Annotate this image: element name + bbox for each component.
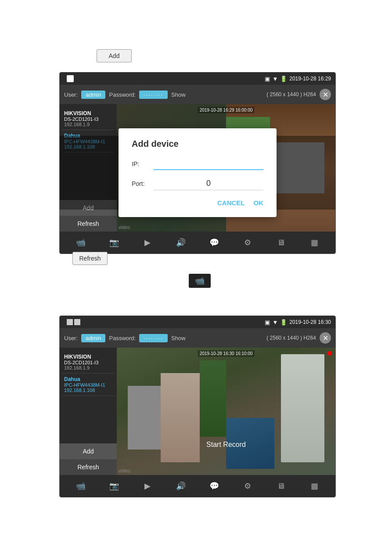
play-icon-2[interactable]: ▶ [140,478,155,494]
port-field: Port: 0 [132,177,263,190]
bottom-toolbar-2: 📹 📷 ▶ 🔊 💬 ⚙ 🖥 ▦ [60,475,335,497]
admin-badge-1[interactable]: admin [81,91,105,99]
audio-icon-1[interactable]: 🔊 [173,235,189,250]
device-item-dahua-2[interactable]: Dahua IPC-HFW4438M-I1 192.168.1.108 [62,374,114,396]
main-content-2: HIKVISION DS-2CD1201-I3 192.168.1.9 Dahu… [60,348,335,475]
start-record-label[interactable]: Start Record [117,441,335,449]
device-model: DS-2CD1201-I3 [64,116,112,122]
video-label-1: video [119,225,130,230]
display-icon-1[interactable]: 🖥 [273,235,289,250]
chat-icon-1[interactable]: 💬 [206,235,222,250]
cam2-gray-box [128,386,161,450]
standalone-refresh-button[interactable]: Refresh [72,252,108,265]
battery-icon: 🔋 [280,76,287,82]
audio-icon-2[interactable]: 🔊 [173,478,189,494]
password-dots-1[interactable]: ········ [139,91,168,99]
sq2 [74,319,80,325]
cast-icon-2: ▣ [265,319,270,326]
control-bar-2: User: admin Password: ········ Show ( 25… [60,328,335,348]
grid-icon-2[interactable]: ▦ [306,478,322,494]
close-button-2[interactable]: ✕ [320,332,331,344]
top-add-button[interactable]: Add [97,49,132,62]
device-model-4: IPC-HFW4438M-I1 [64,382,112,388]
standalone-camera-icon[interactable]: 📹 [189,274,211,288]
app-screenshot-2: ▣ ▼ 🔋 2019-10-28 16:30 User: admin Passw… [59,316,336,497]
signal-icon: ▼ [272,76,278,82]
control-bar-1: User: admin Password: ········ Show ( 25… [60,85,335,104]
password-dots-2[interactable]: ········ [139,334,168,342]
user-label-1: User: [64,91,78,98]
camera-icon-1[interactable]: 📷 [106,235,122,250]
port-label: Port: [132,180,149,187]
resolution-label-1: ( 2560 x 1440 ) H264 [266,91,316,98]
close-button-1[interactable]: ✕ [320,89,331,100]
video-icon-2[interactable]: 📹 [73,478,89,494]
settings-icon-1[interactable]: ⚙ [240,235,255,250]
admin-badge-2[interactable]: admin [81,334,105,342]
video-area-2: 2019-10-28 16:30 16:10:00 Start Record v… [117,348,335,475]
timestamp-2: 2019-10-28 16:30 16:10:00 [198,350,255,357]
white-square-icon [67,75,74,82]
bottom-toolbar-1: 📹 📷 ▶ 🔊 💬 ⚙ 🖥 ▦ [60,232,335,254]
add-device-dialog: Add device IP: Port: 0 CANCEL OK [60,136,335,210]
device-ip-4: 192.168.1.108 [64,388,112,393]
recording-indicator [327,351,332,355]
ok-button[interactable]: OK [254,199,264,207]
grid-icon-1[interactable]: ▦ [306,235,322,250]
app-screenshot-1: ▣ ▼ 🔋 2019-10-28 16:29 User: admin Passw… [59,72,336,254]
add-button-sidebar-2[interactable]: Add [60,443,117,459]
device-brand-3: HIKVISION [64,354,112,360]
time-display-2: 2019-10-28 16:30 [289,319,331,325]
display-icon-2[interactable]: 🖥 [273,478,289,494]
password-label-1: Password: [109,91,136,98]
two-squares-icon [67,319,80,325]
user-label-2: User: [64,335,78,341]
device-brand: HIKVISION [64,110,112,116]
battery-icon-2: 🔋 [280,319,287,326]
sidebar-button-group-2: Add Refresh [60,443,117,475]
ip-label: IP: [132,160,149,167]
ip-field: IP: [132,158,263,170]
port-value: 0 [154,177,263,190]
main-content-1: HIKVISION DS-2CD1201-I3 192.168.1.9 Dahu… [60,104,335,232]
show-button-2[interactable]: Show [171,335,186,341]
video-label-2: video [119,468,130,473]
cam2-cabinet [161,373,200,462]
signal-icon-2: ▼ [272,319,278,326]
show-button-1[interactable]: Show [171,91,186,98]
play-icon-1[interactable]: ▶ [140,235,155,250]
resolution-label-2: ( 2560 x 1440 ) H264 [266,335,316,341]
cancel-button[interactable]: CANCEL [217,199,245,207]
dialog-actions: CANCEL OK [132,199,263,207]
device-ip: 192.168.1.9 [64,122,112,127]
refresh-button-sidebar-2[interactable]: Refresh [60,459,117,475]
refresh-button-sidebar-1[interactable]: Refresh [60,216,117,232]
cam2-plant [200,360,226,437]
settings-icon-2[interactable]: ⚙ [240,478,255,494]
device-model-3: DS-2CD1201-I3 [64,360,112,365]
timestamp-1: 2019-10-28 16:29 16:00:00 [198,107,255,113]
device-item-hikvision[interactable]: HIKVISION DS-2CD1201-I3 192.168.1.9 [62,108,114,130]
camera-symbol: 📹 [195,276,205,286]
chat-icon-2[interactable]: 💬 [206,478,222,494]
status-bar-2: ▣ ▼ 🔋 2019-10-28 16:30 [60,316,335,328]
time-display: 2019-10-28 16:29 [289,76,331,82]
status-icons: ▣ ▼ 🔋 2019-10-28 16:29 [265,76,331,82]
cast-icon: ▣ [265,76,270,82]
status-icons-2: ▣ ▼ 🔋 2019-10-28 16:30 [265,319,331,326]
sq1 [67,319,73,325]
video-icon-1[interactable]: 📹 [73,235,89,250]
dialog-title: Add device [132,139,263,149]
dialog-box: Add device IP: Port: 0 CANCEL OK [119,128,277,217]
ip-input[interactable] [154,158,263,170]
device-brand-4: Dahua [64,376,112,382]
device-ip-3: 192.168.1.9 [64,365,112,370]
camera-icon-2[interactable]: 📷 [106,478,122,494]
cam-feed-2: 2019-10-28 16:30 16:10:00 Start Record v… [117,348,335,475]
password-label-2: Password: [109,335,136,341]
status-bar-1: ▣ ▼ 🔋 2019-10-28 16:29 [60,73,335,85]
device-item-hikvision-2[interactable]: HIKVISION DS-2CD1201-I3 192.168.1.9 [62,351,114,374]
